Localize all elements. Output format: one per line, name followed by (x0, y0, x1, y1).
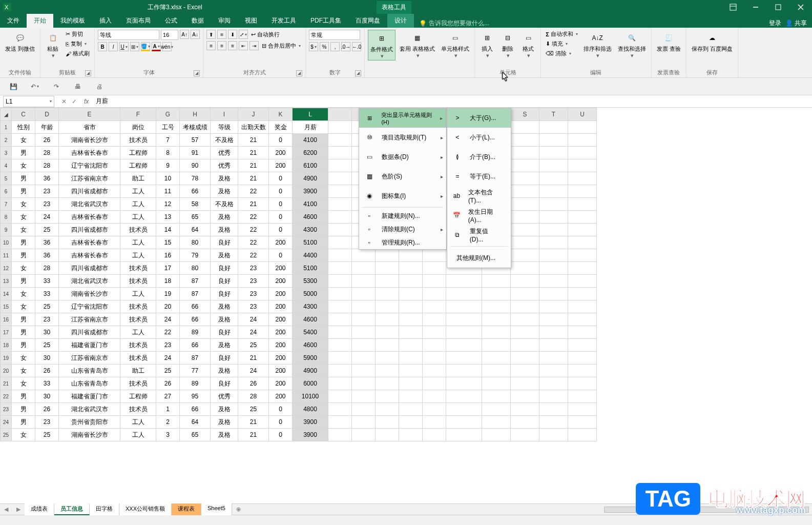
cell[interactable] (511, 185, 539, 198)
row-header[interactable]: 12 (1, 262, 12, 275)
cell[interactable]: 66 (180, 313, 211, 326)
copy-button[interactable]: ⎘复制▾ (64, 39, 91, 48)
cell[interactable] (423, 377, 446, 390)
cell[interactable] (328, 159, 352, 172)
inc-decimal-icon[interactable]: .0→ (341, 42, 350, 51)
cell[interactable]: 良好 (211, 377, 238, 390)
cell[interactable] (539, 121, 568, 134)
cell[interactable] (511, 121, 539, 134)
cell[interactable] (399, 377, 423, 390)
cell[interactable]: 79 (180, 249, 211, 262)
row-header[interactable]: 20 (1, 365, 12, 377)
cell[interactable]: 女 (12, 134, 35, 147)
submenu-item[interactable]: ≬介于(B)... (447, 147, 511, 167)
cell[interactable]: 及格 (211, 172, 238, 185)
cell[interactable]: 工人 (120, 249, 156, 262)
cell[interactable] (568, 377, 597, 390)
cell[interactable] (539, 339, 568, 352)
cell[interactable]: 工程师 (120, 390, 156, 403)
cell[interactable] (568, 172, 597, 185)
cell[interactable]: 25 (35, 339, 59, 352)
cell[interactable] (399, 339, 423, 352)
cell[interactable]: 5100 (293, 262, 328, 275)
cell[interactable] (539, 172, 568, 185)
cell[interactable] (352, 313, 376, 326)
cell[interactable]: 女 (12, 300, 35, 313)
col-header[interactable]: K (269, 108, 293, 121)
cell[interactable] (399, 416, 423, 429)
cell[interactable] (511, 275, 539, 288)
cell[interactable] (446, 352, 482, 365)
sort-filter-button[interactable]: A↓Z排序和筛选▾ (581, 30, 614, 59)
col-header[interactable]: G (156, 108, 180, 121)
row-header[interactable]: 17 (1, 326, 12, 339)
cell[interactable] (446, 326, 482, 339)
wrap-text-button[interactable]: ↩自动换行 (249, 30, 281, 39)
tab-insert[interactable]: 插入 (92, 14, 119, 28)
cell[interactable] (423, 300, 446, 313)
cell[interactable] (539, 365, 568, 377)
menu-item[interactable]: ▫清除规则(C)▸ (359, 223, 446, 236)
cell[interactable] (328, 339, 352, 352)
sheet-tab[interactable]: 田字格 (90, 503, 119, 515)
cell[interactable] (423, 288, 446, 300)
ribbon-options-icon[interactable] (722, 0, 744, 14)
cell[interactable]: 8 (156, 147, 180, 159)
cell[interactable]: 87 (180, 275, 211, 288)
cell[interactable] (376, 352, 399, 365)
cell[interactable]: 200 (269, 236, 293, 249)
row-header[interactable]: 6 (1, 185, 12, 198)
cell[interactable]: 辽宁省沈阳市 (59, 300, 120, 313)
row-header[interactable]: 19 (1, 352, 12, 365)
login-button[interactable]: 登录 (769, 19, 781, 28)
cell[interactable]: 良好 (211, 236, 238, 249)
cell[interactable] (568, 313, 597, 326)
cell[interactable] (539, 313, 568, 326)
cell[interactable]: 0 (269, 403, 293, 416)
cell[interactable]: 200 (269, 326, 293, 339)
cell[interactable] (446, 403, 482, 416)
cell[interactable]: 30 (35, 326, 59, 339)
cell[interactable] (376, 275, 399, 288)
cell[interactable]: 13 (156, 211, 180, 224)
cell[interactable] (376, 377, 399, 390)
cell[interactable]: 89 (180, 377, 211, 390)
cell[interactable] (511, 159, 539, 172)
row-header[interactable]: 24 (1, 416, 12, 429)
cell[interactable] (352, 326, 376, 339)
cell[interactable]: 等级 (211, 121, 238, 134)
cell[interactable] (328, 377, 352, 390)
cell[interactable] (539, 403, 568, 416)
cell[interactable] (539, 416, 568, 429)
cell[interactable]: 男 (12, 313, 35, 326)
cell[interactable]: 出勤天数 (238, 121, 269, 134)
cell[interactable] (423, 326, 446, 339)
cell[interactable]: 87 (180, 288, 211, 300)
cell[interactable]: 女 (12, 159, 35, 172)
cell[interactable]: 66 (180, 185, 211, 198)
redo-icon[interactable]: ↷ (50, 80, 63, 93)
row-header[interactable]: 18 (1, 339, 12, 352)
cell[interactable] (511, 211, 539, 224)
cell[interactable]: 66 (180, 300, 211, 313)
cell[interactable] (568, 185, 597, 198)
cell[interactable]: 28 (238, 390, 269, 403)
autosum-button[interactable]: Σ 自动求和▾ (544, 30, 579, 38)
cell[interactable] (423, 403, 446, 416)
cell[interactable]: 4600 (293, 339, 328, 352)
cell[interactable]: 及格 (211, 403, 238, 416)
cell[interactable]: 工人 (120, 288, 156, 300)
cell[interactable]: 24 (156, 313, 180, 326)
tab-nav-prev[interactable]: ◀ (0, 506, 12, 513)
cell[interactable]: 福建省厦门市 (59, 339, 120, 352)
invoice-button[interactable]: 🧾发票 查验 (655, 30, 683, 53)
fill-button[interactable]: ⬇填充▾ (544, 39, 579, 48)
maximize-button[interactable] (767, 0, 789, 14)
cell[interactable]: 及格 (211, 211, 238, 224)
cell[interactable]: 21 (238, 198, 269, 211)
cell[interactable] (328, 313, 352, 326)
cell[interactable]: 95 (180, 390, 211, 403)
row-header[interactable]: 4 (1, 159, 12, 172)
cell[interactable]: 66 (180, 403, 211, 416)
col-header[interactable]: E (59, 108, 120, 121)
